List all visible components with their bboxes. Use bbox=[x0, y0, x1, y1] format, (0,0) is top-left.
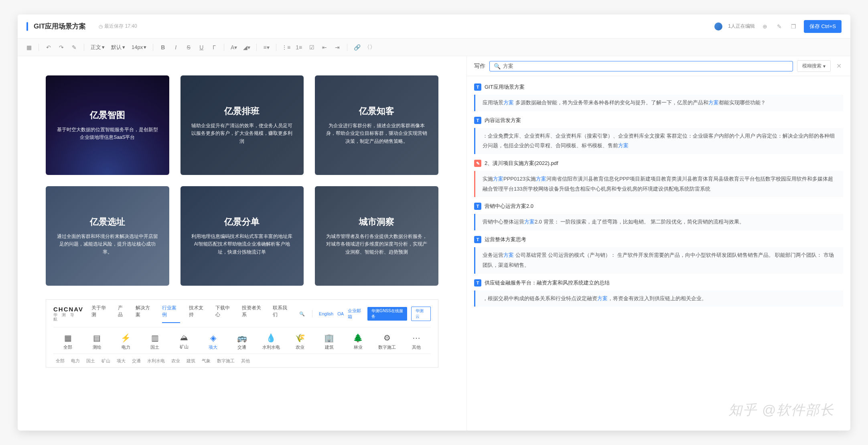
site-nav-item[interactable]: 下载中心 bbox=[215, 305, 233, 323]
category-icon-item[interactable]: ▤测绘 bbox=[85, 333, 109, 350]
category-icon-item[interactable]: 🚌交通 bbox=[230, 333, 254, 350]
save-button[interactable]: 保存 Ctrl+S bbox=[804, 20, 842, 33]
code-icon[interactable]: Γ bbox=[209, 42, 220, 53]
outdent-icon[interactable]: ⇤ bbox=[319, 42, 330, 53]
tag-item[interactable]: 国土 bbox=[86, 358, 95, 364]
category-label: 全部 bbox=[63, 344, 72, 350]
pill-gnss[interactable]: 华测GNSS在线服务 bbox=[367, 307, 407, 321]
text-badge-icon: T bbox=[474, 236, 481, 243]
category-label: 其他 bbox=[412, 344, 421, 350]
tag-item[interactable]: 气象 bbox=[202, 358, 211, 364]
category-icon-item[interactable]: ⋯其他 bbox=[404, 333, 428, 350]
link-icon[interactable]: 🔗 bbox=[351, 42, 363, 53]
tag-item[interactable]: 交通 bbox=[132, 358, 141, 364]
card-desc: 利用地理信息编码技术和站式车富丰富的地址库AI智能匹配技术帮助物流企业准确解析客… bbox=[190, 233, 294, 256]
search-result[interactable]: T运营整体方案思考业务运营方案 公司基础背景 公司运营的模式（产与销）： 生产软… bbox=[474, 236, 843, 273]
search-result[interactable]: TGIT应用场景方案应用场景方案 多源数据融合智能，将为业务带来各种各样的变化与… bbox=[474, 83, 843, 111]
avatar[interactable] bbox=[714, 22, 722, 30]
tag-item[interactable]: 电力 bbox=[71, 358, 80, 364]
doc-title: GIT应用场景方案 bbox=[34, 22, 86, 31]
tag-item[interactable]: 项大 bbox=[117, 358, 126, 364]
editor-canvas[interactable]: 亿景智图基于时空大数据的位置智能服务平台，是创新型企业级地理信息SaaS平台亿景… bbox=[18, 56, 467, 431]
category-icon-item[interactable]: ▥国土 bbox=[143, 333, 167, 350]
category-icon-item[interactable]: ⚡电力 bbox=[114, 333, 138, 350]
tag-item[interactable]: 农业 bbox=[171, 358, 180, 364]
category-icon-item[interactable]: 🌲林业 bbox=[346, 333, 370, 350]
italic-icon[interactable]: I bbox=[170, 42, 181, 53]
category-icon-item[interactable]: ⛰矿山 bbox=[172, 333, 196, 350]
product-card[interactable]: 城市洞察为城市管理者及各行各业提供大数据分析服务，对城市各领域进行多维度的深度与… bbox=[315, 186, 438, 286]
size-select[interactable]: 14px▾ bbox=[129, 44, 149, 50]
bold-icon[interactable]: B bbox=[157, 42, 168, 53]
category-icon: 🌲 bbox=[353, 333, 363, 343]
category-icon-item[interactable]: 🏢建筑 bbox=[317, 333, 341, 350]
site-link-mail[interactable]: 企业邮箱 bbox=[348, 308, 363, 320]
category-label: 数字施工 bbox=[378, 344, 396, 350]
product-card[interactable]: 亿景排班辅助企业提升有产清运的效率，使业务人员足可以服务更多的客户，扩大业务规模… bbox=[180, 75, 304, 175]
ol-icon[interactable]: 1≡ bbox=[293, 42, 304, 53]
ul-icon[interactable]: ⋮≡ bbox=[280, 42, 292, 53]
site-nav-item[interactable]: 关于华测 bbox=[91, 305, 109, 323]
undo-icon[interactable]: ↶ bbox=[43, 42, 54, 53]
product-card[interactable]: 亿景分单利用地理信息编码技术和站式车富丰富的地址库AI智能匹配技术帮助物流企业准… bbox=[180, 186, 304, 286]
checklist-icon[interactable]: ☑ bbox=[306, 42, 317, 53]
search-input[interactable] bbox=[503, 63, 789, 69]
text-badge-icon: T bbox=[474, 83, 481, 91]
site-nav-item[interactable]: 行业案例 bbox=[162, 305, 180, 323]
site-nav-item[interactable]: 技术支持 bbox=[189, 305, 207, 323]
result-title: 营销中心运营方案2.0 bbox=[485, 203, 533, 210]
tag-item[interactable]: 建筑 bbox=[187, 358, 195, 364]
product-card[interactable]: 亿景知客为企业进行客群分析，描述企业的客群画像本身，帮助企业定位目标客群，驱动企… bbox=[315, 75, 438, 175]
format-paint-icon[interactable]: ✎ bbox=[69, 42, 80, 53]
search-result[interactable]: T供应链金融服务平台：融资方案和风控系统建立的总结，根据交易中构成的链条关系和行… bbox=[474, 279, 843, 307]
clock-icon: ◷ bbox=[99, 24, 103, 29]
site-nav-item[interactable]: 投资者关系 bbox=[242, 305, 264, 323]
site-link-oa[interactable]: OA bbox=[337, 311, 344, 316]
tag-item[interactable]: 全部 bbox=[56, 358, 65, 364]
search-result[interactable]: T内容运营发方案：企业免费文库、企业资料库、企业资料库（搜索引擎）、企业资料库全… bbox=[474, 117, 843, 154]
style-select[interactable]: 正文▾ bbox=[88, 44, 107, 51]
redo-icon[interactable]: ↷ bbox=[56, 42, 67, 53]
site-nav-item[interactable]: 联系我们 bbox=[273, 305, 290, 323]
site-link-english[interactable]: English bbox=[319, 311, 333, 316]
close-icon[interactable]: ✕ bbox=[835, 62, 843, 70]
align-icon[interactable]: ≡▾ bbox=[261, 42, 272, 53]
category-icon-item[interactable]: ⚙数字施工 bbox=[375, 333, 399, 350]
search-result[interactable]: T营销中心运营方案2.0营销中心整体运营方案2.0 背景： 一阶段摸索，走了些弯… bbox=[474, 203, 843, 230]
category-label: 测绘 bbox=[93, 344, 101, 350]
fontcolor-icon[interactable]: A▾ bbox=[228, 42, 239, 53]
search-result[interactable]: ✎2、潢川项目实施方案(2022).pdf实施方案PPP0123实施方案河南省信… bbox=[474, 160, 843, 197]
underline-icon[interactable]: U bbox=[196, 42, 207, 53]
strike-icon[interactable]: S bbox=[183, 42, 194, 53]
tag-item[interactable]: 矿山 bbox=[101, 358, 110, 364]
tag-item[interactable]: 水利水电 bbox=[147, 358, 165, 364]
chevron-down-icon: ▾ bbox=[144, 44, 146, 50]
search-input-wrap[interactable]: 🔍 bbox=[489, 61, 793, 71]
highlight-icon[interactable]: ◢▾ bbox=[241, 42, 252, 53]
site-nav-item[interactable]: 产品 bbox=[118, 305, 127, 323]
card-desc: 辅助企业提升有产清运的效率，使业务人员足可以服务更多的客户，扩大业务规模，赚取更… bbox=[190, 122, 294, 145]
add-icon[interactable]: ⊕ bbox=[761, 22, 769, 31]
indent-icon[interactable]: ⇥ bbox=[332, 42, 343, 53]
tag-item[interactable]: 其他 bbox=[241, 358, 250, 364]
product-card[interactable]: 亿景智图基于时空大数据的位置智能服务平台，是创新型企业级地理信息SaaS平台 bbox=[46, 75, 169, 175]
category-icon-item[interactable]: 💧水利水电 bbox=[259, 333, 283, 350]
result-title: 2、潢川项目实施方案(2022).pdf bbox=[485, 160, 558, 167]
category-icon-item[interactable]: 🌾农业 bbox=[288, 333, 312, 350]
site-nav-item[interactable]: 解决方案 bbox=[136, 305, 153, 323]
card-desc: 为城市管理者及各行各业提供大数据分析服务，对城市各领域进行多维度的深度与分析，实… bbox=[324, 233, 429, 256]
card-desc: 基于时空大数据的位置智能服务平台，是创新型企业级地理信息SaaS平台 bbox=[55, 126, 160, 141]
image-icon[interactable]: ▦ bbox=[23, 42, 34, 53]
category-label: 电力 bbox=[122, 344, 130, 350]
category-icon-item[interactable]: ▦全部 bbox=[56, 333, 80, 350]
font-select[interactable]: 默认▾ bbox=[109, 44, 128, 51]
product-card[interactable]: 亿景选址通过全面的客群和环境分析来解决选址中开店留足的问题，减能选址风险，提升选… bbox=[46, 186, 169, 286]
pill-cloud[interactable]: 华测云 bbox=[411, 307, 431, 321]
category-icon-item[interactable]: ◈项大 bbox=[201, 333, 225, 350]
layers-icon[interactable]: ❒ bbox=[789, 22, 798, 31]
tag-item[interactable]: 数字施工 bbox=[217, 358, 235, 364]
search-mode-button[interactable]: 模糊搜索▾ bbox=[797, 60, 831, 72]
edit-icon[interactable]: ✎ bbox=[775, 22, 784, 31]
search-icon[interactable]: 🔍 bbox=[298, 310, 306, 318]
codeblock-icon[interactable]: 〈〉 bbox=[364, 42, 375, 53]
